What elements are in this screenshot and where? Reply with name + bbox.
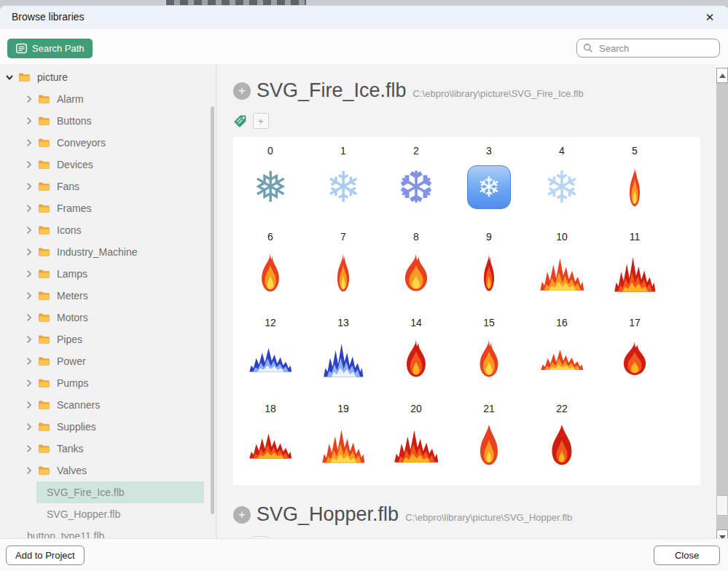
folder-icon (38, 356, 50, 366)
library-item[interactable]: 14 (380, 315, 453, 401)
sidebar-item-scanners[interactable]: Scanners (0, 394, 216, 416)
chevron-right-icon[interactable] (26, 358, 33, 365)
chevron-right-icon[interactable] (26, 227, 33, 234)
folder-icon (38, 422, 50, 432)
library-item[interactable]: 0❅ (234, 143, 307, 229)
chevron-right-icon[interactable] (26, 117, 33, 125)
library-item[interactable]: 16 (525, 315, 598, 401)
flame-icon (614, 331, 655, 387)
library-item[interactable]: 18 (234, 401, 307, 487)
library-item[interactable]: 9 (453, 229, 525, 315)
tree-item-label: Buttons (57, 115, 91, 127)
sidebar-item-pipes[interactable]: Pipes (0, 328, 216, 350)
chevron-right-icon[interactable] (26, 270, 33, 277)
collapse-section-icon[interactable]: + (233, 506, 251, 524)
sidebar-file-svg_hopper.flb[interactable]: SVG_Hopper.flb (0, 503, 216, 525)
add-tag-button[interactable]: + (253, 113, 269, 129)
library-item[interactable]: 12 (234, 315, 307, 401)
chevron-right-icon[interactable] (26, 423, 33, 430)
library-item[interactable]: 10 (525, 229, 598, 315)
sidebar-item-motors[interactable]: Motors (0, 307, 216, 328)
close-icon[interactable]: ✕ (700, 9, 719, 26)
chevron-right-icon[interactable] (26, 248, 33, 256)
library-item[interactable]: 8 (380, 229, 453, 315)
library-item[interactable]: 5 (598, 143, 671, 229)
sidebar-item-fans[interactable]: Fans (0, 176, 216, 197)
sidebar-item-power[interactable]: Power (0, 350, 216, 372)
item-index: 3 (486, 143, 492, 159)
library-tree: pictureAlarmButtonsConveyorsDevicesFansF… (0, 64, 216, 545)
library-item[interactable]: 11 (598, 229, 671, 315)
chevron-right-icon[interactable] (26, 445, 33, 452)
sidebar-item-frames[interactable]: Frames (0, 197, 216, 219)
chevron-right-icon[interactable] (26, 314, 33, 321)
collapse-section-icon[interactable]: + (233, 82, 251, 100)
library-item[interactable]: 20 (380, 401, 453, 487)
library-item[interactable]: 19 (307, 401, 380, 487)
sidebar-item-valves[interactable]: Valves (0, 460, 216, 481)
scrollbar-thumb[interactable] (716, 83, 728, 495)
sidebar-scrollbar-thumb[interactable] (211, 106, 214, 514)
chevron-right-icon[interactable] (26, 336, 33, 343)
chevron-right-icon[interactable] (26, 205, 33, 212)
sidebar-item-icons[interactable]: Icons (0, 219, 216, 241)
add-to-project-button[interactable]: Add to Project (6, 546, 85, 565)
vertical-scrollbar[interactable] (716, 68, 728, 545)
item-index: 17 (629, 315, 641, 331)
fire-icon (248, 417, 292, 473)
item-index: 1 (340, 143, 346, 159)
tree-item-label: Alarm (57, 93, 84, 105)
sidebar-item-lamps[interactable]: Lamps (0, 263, 216, 285)
chevron-right-icon[interactable] (26, 292, 33, 299)
item-index: 6 (267, 229, 273, 245)
chevron-right-icon[interactable] (26, 161, 33, 168)
chevron-right-icon[interactable] (26, 183, 33, 190)
library-item[interactable]: 22 (525, 401, 598, 487)
sidebar-file-svg_fire_ice.flb[interactable]: SVG_Fire_Ice.flb (36, 481, 204, 503)
chevron-right-icon[interactable] (26, 139, 33, 146)
sidebar-item-alarm[interactable]: Alarm (0, 88, 216, 110)
scroll-up-icon[interactable] (716, 68, 728, 83)
library-item[interactable]: 2❆ (380, 143, 453, 229)
library-item[interactable]: 4❄ (525, 143, 598, 229)
chevron-right-icon[interactable] (26, 95, 33, 103)
fire-icon (323, 331, 364, 387)
folder-icon (38, 203, 50, 213)
chevron-down-icon[interactable] (6, 74, 13, 82)
search-input[interactable] (598, 42, 728, 55)
search-box (576, 39, 720, 58)
sidebar-item-pumps[interactable]: Pumps (0, 372, 216, 394)
library-item[interactable]: 17 (598, 315, 671, 401)
library-item[interactable]: 7 (307, 229, 380, 315)
sidebar-item-buttons[interactable]: Buttons (0, 110, 216, 132)
sidebar-item-meters[interactable]: Meters (0, 285, 216, 307)
tree-item-label: SVG_Fire_Ice.flb (47, 487, 125, 498)
chevron-right-icon[interactable] (26, 401, 33, 409)
library-item[interactable]: 15 (453, 315, 525, 401)
folder-icon (38, 138, 50, 148)
scrollbar-track[interactable] (716, 495, 728, 516)
library-item[interactable]: 1❄ (307, 143, 380, 229)
sidebar-item-tanks[interactable]: Tanks (0, 438, 216, 460)
scrollbar-track-lower[interactable] (716, 516, 728, 529)
sidebar-item-conveyors[interactable]: Conveyors (0, 132, 216, 154)
sidebar-item-supplies[interactable]: Supplies (0, 416, 216, 438)
sidebar-item-devices[interactable]: Devices (0, 154, 216, 176)
tag-icon (233, 114, 248, 128)
library-item[interactable]: 3❄ (453, 143, 525, 229)
library-item[interactable]: 6 (234, 229, 307, 315)
item-index: 12 (265, 315, 276, 331)
library-item[interactable]: 21 (453, 401, 525, 487)
chevron-right-icon[interactable] (26, 467, 33, 474)
tree-item-label: Devices (57, 159, 93, 170)
fire-icon (321, 417, 365, 473)
sidebar-item-picture[interactable]: picture (0, 66, 216, 88)
chevron-right-icon[interactable] (26, 379, 33, 387)
search-path-button[interactable]: Search Path (7, 39, 93, 58)
flame-drop-icon (549, 417, 575, 473)
close-button[interactable]: Close (654, 546, 720, 565)
flame-drop-icon (477, 417, 501, 473)
library-item[interactable]: 13 (307, 315, 380, 401)
snowflake-badge-icon: ❄ (467, 159, 511, 216)
sidebar-item-industry_machine[interactable]: Industry_Machine (0, 241, 216, 263)
